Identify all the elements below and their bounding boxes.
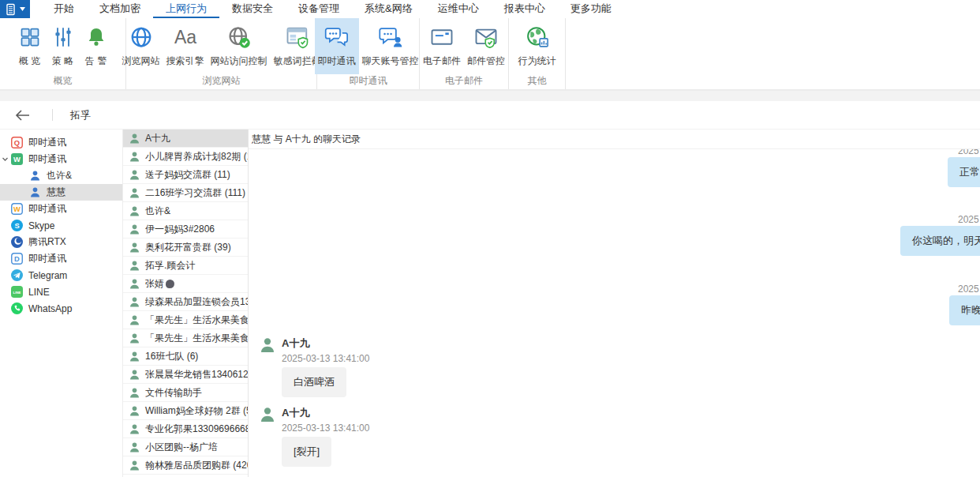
chat-row[interactable]: 「果先生」生活水果美食3... [123,311,248,329]
sidebar-item-label: 即时通讯 [28,202,66,216]
message-sender: A十九 [282,336,309,351]
person-icon [129,205,140,217]
chat-row-label: 专业化郭果13309696668 [145,423,248,436]
chat-row[interactable]: 专业化郭果13309696668 [123,420,248,438]
tab-start[interactable]: 开始 [41,0,87,18]
sidebar-item-whatsapp[interactable]: WhatsApp [0,300,122,317]
webpage-shield-icon [284,24,311,51]
tab-data-security[interactable]: 数据安全 [219,0,286,18]
sidebar-item-line[interactable]: LINE LINE [0,284,122,300]
outgoing-message-bubble: 你这喝的，明天 [900,226,980,256]
sidebar-item-im-wecom[interactable]: W 即时通讯 [0,201,122,217]
tab-device-management[interactable]: 设备管理 [286,0,352,18]
wechat-icon: W [11,153,23,165]
globe-check-icon [226,24,252,51]
person-icon [129,332,140,344]
sidebar-item-im-wechat[interactable]: W 即时通讯 [0,151,122,167]
back-button[interactable] [13,106,32,125]
sidebar-item-huihui[interactable]: 慧慧 [0,184,122,201]
chat-row[interactable]: 绿森果品加盟连锁会员13... [123,293,248,311]
chat-row[interactable]: 也许& [123,202,248,220]
rtx-icon [11,236,23,248]
policy-button[interactable]: 策 略 [47,18,80,74]
chat-row[interactable]: A十九 [123,130,248,148]
tab-ops-center[interactable]: 运维中心 [425,0,492,18]
email-button[interactable]: 电子邮件 [420,18,464,74]
sidebar-item-im-qq[interactable]: Q 即时通讯 [0,134,122,151]
chat-user-icon [377,24,404,51]
sidebar-item-label: Skype [28,220,54,231]
chat-row[interactable]: 送子妈妈交流群 (11) [123,166,248,184]
person-icon [129,460,140,471]
chat-row[interactable]: 「果先生」生活水果美食3... [123,329,248,347]
tab-report-center[interactable]: 报表中心 [492,0,558,18]
sidebar-item-label: 也许& [47,169,72,182]
ribbon-item-label: 聊天账号管控 [362,54,419,68]
person-icon [129,441,140,453]
wecom-icon: W [11,203,23,215]
sidebar-item-tencent-rtx[interactable]: 腾讯RTX [0,234,122,250]
person-icon [29,170,41,182]
chat-row-label: 「果先生」生活水果美食3... [145,332,248,345]
sidebar-item-skype[interactable]: S Skype [0,217,122,234]
instant-messaging-button[interactable]: 即时通讯 [315,18,359,74]
chat-row[interactable]: 伊一妈妈3#2806 [123,220,248,238]
ribbon-item-label: 告 警 [85,54,107,68]
ribbon-item-label: 网站访问控制 [211,54,267,68]
chat-row[interactable]: 小区团购--杨广培 [123,438,248,456]
ribbon-group-im: 即时通讯 聊天账号管控 即时通讯 [317,18,420,89]
incoming-message-bubble: 白酒啤酒 [282,367,346,397]
chat-row-label: 也许& [145,205,170,218]
caret-down-icon [20,7,25,11]
website-access-control-button[interactable]: 网站访问控制 [208,18,271,74]
telegram-icon [11,269,23,281]
message-date: 2025 [958,284,979,295]
globe-stats-icon [524,24,551,51]
mail-control-button[interactable]: 邮件管控 [464,18,508,74]
chevron-down-icon[interactable] [2,156,9,163]
chat-row[interactable]: 翰林雅居品质团购群 (420) [123,456,248,475]
whatsapp-icon [11,302,23,314]
ribbon-item-label: 概 览 [19,54,40,68]
sidebar-item-telegram[interactable]: Telegram [0,267,122,284]
chat-row-label: 张婧 [145,277,164,291]
overview-button[interactable]: 概 览 [13,18,47,74]
app-menu-button[interactable] [0,0,30,18]
chat-row-label: 文件传输助手 [145,386,202,400]
chat-row[interactable]: William妈全球好物 2群 (5... [123,402,248,420]
search-engine-button[interactable]: Aa 搜索引擎 [163,18,208,74]
sidebar-item-im-dingtalk[interactable]: D 即时通讯 [0,250,122,267]
chat-row[interactable]: 张晨晨华龙销售13406127... [123,366,248,384]
sidebar-item-yexu[interactable]: 也许& [0,167,122,184]
sidebar-item-label: WhatsApp [28,303,72,314]
ribbon-item-label: 电子邮件 [423,54,461,68]
svg-text:S: S [14,222,19,230]
line-icon: LINE [11,286,23,298]
ribbon-item-label: 即时通讯 [318,54,356,68]
behavior-statistics-button[interactable]: 行为统计 [515,18,559,74]
tab-doc-encryption[interactable]: 文档加密 [87,0,153,18]
svg-text:LINE: LINE [13,291,21,295]
browse-website-button[interactable]: 浏览网站 [119,18,163,74]
chat-row-label: 「果先生」生活水果美食3... [145,314,248,327]
globe-icon [128,24,155,51]
chat-row[interactable]: 二16班学习交流群 (111) [123,184,248,202]
person-icon [129,133,140,145]
message-sender: A十九 [282,406,309,420]
chat-row[interactable]: 小儿脾胃养成计划82期 (120) [123,148,248,166]
tab-internet-behavior[interactable]: 上网行为 [153,0,219,18]
svg-text:Aa: Aa [174,27,196,47]
person-icon [129,369,140,381]
chat-row[interactable]: 奥利花开富贵群 (39) [123,238,248,257]
chat-account-control-button[interactable]: 聊天账号管控 [359,18,422,74]
chat-row[interactable]: 张婧 [123,275,248,293]
tab-system-network[interactable]: 系统&网络 [352,0,425,18]
chat-row[interactable]: 文件传输助手 [123,384,248,402]
tab-more-features[interactable]: 更多功能 [558,0,624,18]
chat-row[interactable]: 16班七队 (6) [123,347,248,366]
content-area: Q 即时通讯 W 即时通讯 也许& 慧慧 W 即时通讯 S Skype 腾讯RT… [0,130,980,477]
chat-messages: 2025 正常 2025 你这喝的，明天 2025 昨晚 A十九 2025-03… [249,149,980,477]
alert-button[interactable]: 告 警 [80,18,113,74]
chat-row[interactable]: 拓孚.顾会计 [123,257,248,275]
bell-icon [83,24,110,51]
